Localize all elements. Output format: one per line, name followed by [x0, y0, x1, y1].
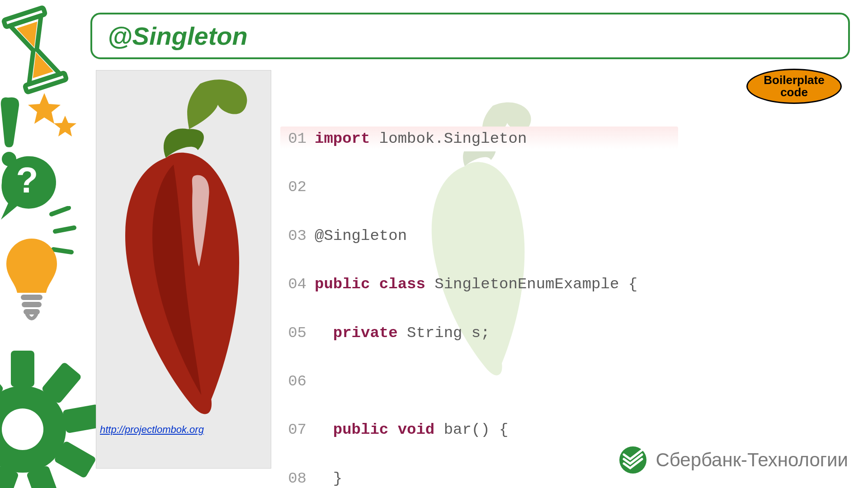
code-line: 02	[280, 175, 678, 200]
line-number: 05	[280, 321, 315, 345]
footer-brand2: Технологии	[747, 449, 848, 470]
code-block: 01import lombok.Singleton 02 03@Singleto…	[280, 127, 678, 488]
svg-point-10	[0, 386, 66, 473]
footer-logo: Сбербанк-Технологии	[618, 446, 848, 474]
gear-icon	[0, 325, 108, 488]
slide-title: @Singleton	[108, 21, 248, 51]
footer-logo-text: Сбербанк-Технологии	[656, 449, 848, 471]
sberbank-logo-icon	[618, 446, 647, 474]
svg-rect-8	[22, 302, 42, 307]
svg-rect-11	[11, 351, 34, 387]
code-line: 04public class SingletonEnumExample {	[280, 272, 678, 297]
code-line: 05 private String s;	[280, 321, 678, 346]
stars-icon	[26, 90, 80, 149]
svg-point-12	[2, 408, 43, 450]
badge-line2: code	[780, 86, 808, 99]
project-lombok-link[interactable]: http://projectlombok.org	[100, 424, 267, 436]
svg-rect-7	[21, 295, 42, 300]
decorative-sidebar: ?	[0, 0, 72, 488]
line-number: 06	[280, 370, 315, 394]
footer-brand1: Сбербанк	[656, 449, 741, 470]
exclamation-icon	[0, 95, 30, 167]
lightbulb-icon	[0, 235, 68, 330]
title-bar: @Singleton	[90, 13, 850, 59]
lombok-card: http://projectlombok.org	[96, 70, 271, 469]
svg-text:?: ?	[16, 160, 38, 200]
badge-line1: Boilerplate	[764, 74, 824, 86]
slide: ?	[0, 0, 868, 488]
code-line: 06	[280, 369, 678, 394]
svg-rect-0	[4, 7, 45, 27]
code-line: 07 public void bar() {	[280, 418, 678, 442]
svg-line-6	[53, 249, 71, 252]
rays-icon	[49, 206, 80, 260]
line-number: 03	[280, 224, 315, 248]
svg-point-2	[2, 152, 16, 166]
line-number: 08	[280, 467, 315, 488]
question-bubble-icon: ?	[0, 152, 65, 229]
code-line: 01import lombok.Singleton	[280, 127, 678, 151]
boilerplate-badge: Boilerplate code	[746, 69, 842, 104]
line-number: 02	[280, 175, 315, 199]
svg-line-4	[52, 208, 69, 214]
footer-dash: -	[741, 449, 747, 470]
code-lines: 01import lombok.Singleton 02 03@Singleto…	[280, 127, 678, 488]
svg-rect-9	[24, 309, 40, 314]
pepper-icon	[100, 76, 267, 419]
hourglass-icon	[0, 4, 72, 103]
line-number: 04	[280, 272, 315, 296]
code-line: 03@Singleton	[280, 224, 678, 249]
svg-rect-1	[25, 73, 66, 93]
line-number: 01	[280, 127, 315, 151]
svg-line-5	[55, 228, 74, 231]
line-number: 07	[280, 418, 315, 442]
